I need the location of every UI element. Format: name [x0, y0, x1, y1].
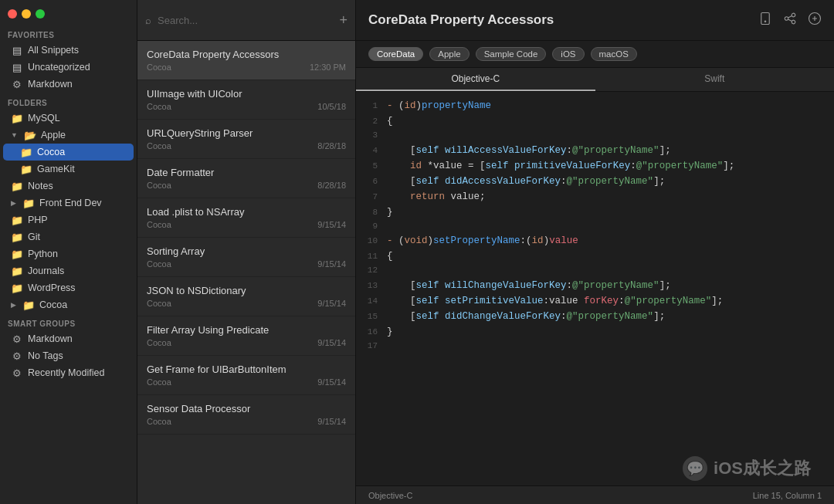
code-line: 5 id *value = [self primitiveValueForKey… [356, 158, 834, 174]
sidebar-item-frontend[interactable]: ▶ 📁 Front End Dev [3, 194, 134, 211]
sidebar-item-label: Python [28, 249, 58, 259]
maximize-button[interactable] [36, 9, 45, 19]
sidebar-item-label: Cocoa [39, 299, 67, 310]
snippet-item-meta: Cocoa 12:30 PM [147, 63, 346, 72]
sidebar: Favorites ▤ All Snippets ▤ Uncategorized… [0, 0, 137, 504]
snippet-item[interactable]: UIImage with UIColor Cocoa 10/5/18 [137, 80, 355, 120]
lang-tabs: Objective-C Swift [356, 68, 834, 92]
sidebar-item-sg-markdown[interactable]: ⚙ Markdown [3, 330, 134, 347]
sidebar-item-mysql[interactable]: 📁 MySQL [3, 110, 134, 127]
gear-icon: ⚙ [11, 78, 23, 90]
line-number: 14 [356, 295, 387, 309]
sidebar-item-apple[interactable]: ▼ 📂 Apple [3, 127, 134, 144]
snippet-item-title: CoreData Property Accessors [147, 49, 346, 60]
snippet-item-meta: Cocoa 9/15/14 [147, 377, 346, 387]
snippet-item[interactable]: Get Frame for UIBarButtonItem Cocoa 9/15… [137, 356, 355, 395]
line-number: 5 [356, 160, 387, 174]
svg-rect-0 [761, 13, 770, 25]
sidebar-item-notes[interactable]: 📁 Notes [3, 178, 134, 194]
page-title: CoreData Property Accessors [368, 12, 554, 28]
tab-swift[interactable]: Swift [595, 68, 835, 91]
gear-icon: ⚙ [11, 333, 23, 345]
snippet-list-header: ⌕ + [137, 0, 355, 41]
add-snippet-button[interactable]: + [339, 13, 348, 27]
sidebar-item-all-snippets[interactable]: ▤ All Snippets [3, 42, 134, 59]
sidebar-item-cocoa[interactable]: 📁 Cocoa [3, 144, 134, 161]
sidebar-item-gamekit[interactable]: 📁 GameKit [3, 161, 134, 178]
device-icon-button[interactable] [758, 12, 772, 29]
sidebar-item-php[interactable]: 📁 PHP [3, 211, 134, 228]
snippet-icon: ▤ [11, 44, 23, 56]
sidebar-item-cocoa2[interactable]: ▶ 📁 Cocoa [3, 296, 134, 313]
snippet-item[interactable]: Filter Array Using Predicate Cocoa 9/15/… [137, 316, 355, 356]
snippet-item[interactable]: JSON to NSDictionary Cocoa 9/15/14 [137, 277, 355, 316]
snippet-item[interactable]: Sensor Data Processor Cocoa 9/15/14 [137, 395, 355, 435]
folder-icon: 📁 [11, 180, 23, 192]
sidebar-item-uncategorized[interactable]: ▤ Uncategorized [3, 59, 134, 76]
line-content: [self willChangeValueForKey:@"propertyNa… [387, 278, 671, 293]
line-content: [self didAccessValueForKey:@"propertyNam… [387, 174, 665, 189]
code-line: 10- (void)setPropertyName:(id)value [356, 233, 834, 249]
snippet-item-date: 8/28/18 [317, 141, 346, 151]
sidebar-item-label: Markdown [28, 79, 73, 90]
snippet-item[interactable]: Date Formatter Cocoa 8/28/18 [137, 159, 355, 198]
snippet-item-meta: Cocoa 8/28/18 [147, 181, 346, 190]
snippet-item-meta: Cocoa 10/5/18 [147, 102, 346, 111]
snippet-item[interactable]: URLQueryString Parser Cocoa 8/28/18 [137, 120, 355, 159]
code-line: 7 return value; [356, 189, 834, 205]
snippet-item[interactable]: Load .plist to NSArray Cocoa 9/15/14 [137, 198, 355, 238]
minimize-button[interactable] [22, 9, 31, 19]
line-content: [self willAccessValueForKey:@"propertyNa… [387, 143, 671, 158]
snippet-item[interactable]: CoreData Property Accessors Cocoa 12:30 … [137, 41, 355, 80]
search-icon: ⌕ [145, 15, 151, 26]
gear-icon: ⚙ [11, 367, 23, 379]
code-line: 9 [356, 220, 834, 234]
code-line: 8} [356, 205, 834, 220]
sidebar-item-label: Cocoa [37, 147, 65, 157]
code-line: 15 [self didChangeValueForKey:@"property… [356, 309, 834, 324]
sidebar-item-label: Markdown [28, 333, 73, 344]
snippet-item-date: 10/5/18 [317, 102, 346, 111]
sidebar-item-label: GameKit [37, 164, 75, 174]
close-button[interactable] [8, 9, 17, 19]
favorites-section-label: Favorites [0, 25, 137, 42]
tab-objective-c[interactable]: Objective-C [356, 68, 595, 91]
add-circle-icon-button[interactable] [808, 12, 822, 29]
folders-section-label: Folders [0, 93, 137, 110]
sidebar-item-markdown-fav[interactable]: ⚙ Markdown [3, 76, 134, 93]
snippet-item-category: Cocoa [147, 338, 171, 347]
sidebar-item-label: Journals [28, 266, 64, 276]
status-language: Objective-C [368, 491, 412, 500]
sidebar-item-sg-notags[interactable]: ⚙ No Tags [3, 347, 134, 364]
folder-icon: 📁 [11, 265, 23, 277]
sidebar-item-python[interactable]: 📁 Python [3, 245, 134, 262]
folder-icon: 📁 [20, 163, 32, 175]
code-line: 14 [self setPrimitiveValue:value forKey:… [356, 293, 834, 309]
snippet-item-meta: Cocoa 9/15/14 [147, 220, 346, 229]
sidebar-item-sg-recent[interactable]: ⚙ Recently Modified [3, 364, 134, 381]
code-line: 16} [356, 324, 834, 340]
line-content: - (void)setPropertyName:(id)value [387, 233, 578, 249]
snippet-item-meta: Cocoa 8/28/18 [147, 141, 346, 151]
folder-icon: 📁 [20, 146, 32, 158]
snippet-item-category: Cocoa [147, 220, 171, 229]
code-line: 2{ [356, 113, 834, 129]
tag-pill[interactable]: Sample Code [476, 47, 547, 61]
line-number: 8 [356, 206, 387, 220]
snippet-icon: ▤ [11, 61, 23, 73]
line-content: { [387, 113, 393, 129]
sidebar-item-git[interactable]: 📁 Git [3, 228, 134, 245]
tag-pill[interactable]: CoreData [368, 47, 423, 61]
tag-pill[interactable]: iOS [552, 47, 584, 61]
line-content: } [387, 324, 393, 340]
share-icon-button[interactable] [783, 12, 797, 29]
sidebar-item-wordpress[interactable]: 📁 WordPress [3, 279, 134, 296]
snippet-item-title: Get Frame for UIBarButtonItem [147, 364, 346, 375]
line-content: - (id)propertyName [387, 98, 491, 113]
snippet-item[interactable]: Sorting Array Cocoa 9/15/14 [137, 238, 355, 277]
sidebar-item-journals[interactable]: 📁 Journals [3, 262, 134, 279]
tag-pill[interactable]: Apple [429, 47, 469, 61]
tag-pill[interactable]: macOS [591, 47, 637, 61]
search-input[interactable] [158, 15, 333, 26]
line-number: 4 [356, 144, 387, 158]
